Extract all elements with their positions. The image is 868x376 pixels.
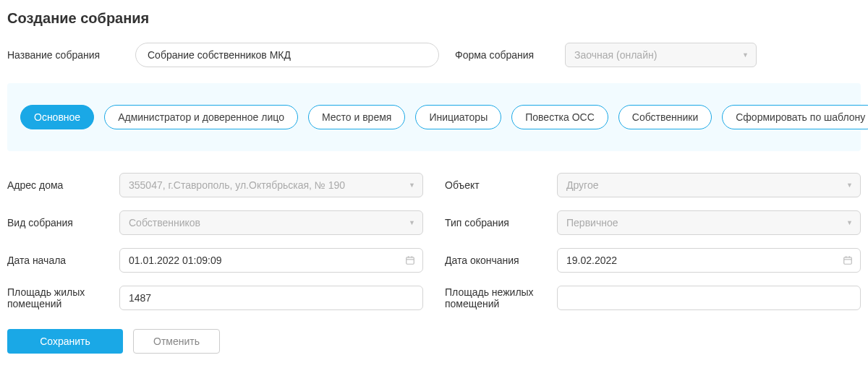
address-label: Адрес дома <box>7 179 119 191</box>
address-value: 355047, г.Ставрополь, ул.Октябрьская, № … <box>129 179 345 191</box>
meeting-form-select[interactable]: Заочная (онлайн) ▼ <box>565 43 757 67</box>
tab-admin[interactable]: Администратор и доверенное лицо <box>104 105 298 129</box>
object-value: Другое <box>566 179 598 191</box>
type-value: Первичное <box>566 217 618 228</box>
calendar-icon <box>843 255 853 265</box>
residential-area-input[interactable] <box>119 286 423 310</box>
start-date-label: Дата начала <box>7 255 119 266</box>
save-button[interactable]: Сохранить <box>7 329 123 354</box>
kind-select[interactable]: Собственников ▼ <box>119 210 423 235</box>
start-date-value: 01.01.2022 01:09:09 <box>129 255 221 266</box>
object-select[interactable]: Другое ▼ <box>557 173 861 197</box>
svg-rect-0 <box>407 257 414 264</box>
type-label: Тип собрания <box>445 217 557 228</box>
meeting-form-value: Заочная (онлайн) <box>574 49 657 61</box>
meeting-name-label: Название собрания <box>7 49 119 61</box>
chevron-down-icon: ▼ <box>742 51 749 59</box>
svg-rect-4 <box>844 257 852 264</box>
address-select[interactable]: 355047, г.Ставрополь, ул.Октябрьская, № … <box>119 173 423 197</box>
meeting-name-input[interactable] <box>135 43 439 67</box>
page-title: Создание собрания <box>7 10 861 27</box>
nonresidential-area-label: Площадь нежилых помещений <box>445 286 557 309</box>
residential-area-label: Площадь жилых помещений <box>7 286 119 309</box>
tab-main[interactable]: Основное <box>20 105 94 129</box>
end-date-input[interactable]: 19.02.2022 <box>557 248 861 273</box>
kind-label: Вид собрания <box>7 217 119 228</box>
chevron-down-icon: ▼ <box>846 219 853 226</box>
kind-value: Собственников <box>129 217 200 228</box>
calendar-icon <box>405 255 415 265</box>
chevron-down-icon: ▼ <box>409 219 415 226</box>
object-label: Объект <box>445 179 557 191</box>
meeting-form-label: Форма собрания <box>455 49 549 61</box>
end-date-value: 19.02.2022 <box>566 255 617 266</box>
nonresidential-area-input[interactable] <box>557 286 861 310</box>
tabs-bar: Основное Администратор и доверенное лицо… <box>7 83 861 151</box>
tab-owners[interactable]: Собственники <box>618 105 712 129</box>
end-date-label: Дата окончания <box>445 255 557 266</box>
chevron-down-icon: ▼ <box>409 181 415 189</box>
tab-template[interactable]: Сформировать по шаблону <box>722 105 868 129</box>
tab-initiators[interactable]: Инициаторы <box>415 105 501 129</box>
tab-place-time[interactable]: Место и время <box>308 105 405 129</box>
chevron-down-icon: ▼ <box>846 181 853 189</box>
start-date-input[interactable]: 01.01.2022 01:09:09 <box>119 248 423 273</box>
cancel-button[interactable]: Отменить <box>133 329 220 354</box>
type-select[interactable]: Первичное ▼ <box>557 210 861 235</box>
tab-agenda[interactable]: Повестка ОСС <box>511 105 608 129</box>
